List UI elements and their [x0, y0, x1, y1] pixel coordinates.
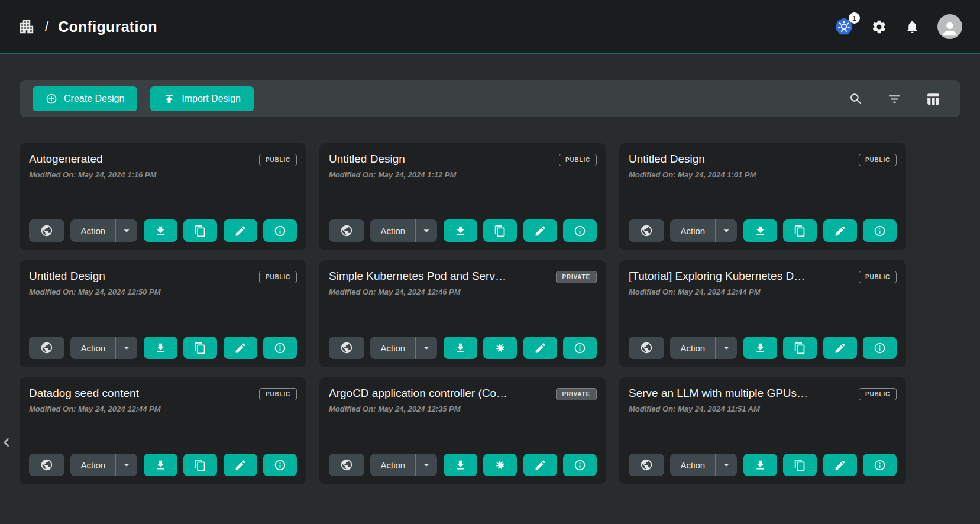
clone-button[interactable] — [183, 219, 217, 242]
design-card[interactable]: ArgoCD application controller (Co… PRIVA… — [319, 377, 606, 484]
person-icon — [940, 19, 960, 39]
action-button[interactable]: Action — [70, 454, 115, 476]
download-button[interactable] — [743, 337, 777, 359]
download-button[interactable] — [144, 219, 177, 242]
info-button[interactable] — [863, 454, 897, 476]
search-button[interactable] — [849, 92, 863, 106]
edit-button[interactable] — [823, 454, 857, 476]
info-button[interactable] — [863, 219, 897, 242]
edit-button[interactable] — [224, 219, 257, 242]
design-card[interactable]: Datadog seed content PUBLIC Modified On:… — [20, 377, 306, 484]
visibility-globe-button[interactable] — [329, 454, 364, 476]
action-dropdown-button[interactable] — [716, 337, 737, 359]
designs-toolbar: Create Design Import Design — [20, 80, 960, 117]
visibility-globe-button[interactable] — [629, 219, 664, 242]
action-dropdown-button[interactable] — [716, 219, 737, 242]
action-dropdown-button[interactable] — [416, 337, 437, 359]
globe-icon — [340, 224, 353, 237]
action-button[interactable]: Action — [370, 454, 415, 476]
meshery-deploy-button[interactable] — [483, 337, 517, 359]
download-icon — [454, 225, 467, 237]
user-avatar[interactable] — [937, 14, 962, 39]
kubernetes-context-button[interactable]: 1 — [835, 17, 853, 36]
download-button[interactable] — [144, 454, 177, 476]
download-button[interactable] — [444, 337, 477, 359]
download-button[interactable] — [144, 337, 177, 359]
clone-button[interactable] — [783, 454, 817, 476]
clone-button[interactable] — [183, 337, 217, 359]
action-dropdown-button[interactable] — [116, 454, 137, 476]
context-count-badge: 1 — [849, 12, 860, 24]
pencil-icon — [234, 459, 247, 471]
clone-button[interactable] — [483, 219, 517, 242]
design-card[interactable]: Autogenerated PUBLIC Modified On: May 24… — [20, 143, 306, 250]
action-button[interactable]: Action — [670, 337, 715, 359]
clone-button[interactable] — [783, 219, 817, 242]
globe-icon — [40, 224, 53, 237]
breadcrumb-separator: / — [45, 19, 48, 34]
design-title: Simple Kubernetes Pod and Serv… — [329, 270, 506, 283]
download-button[interactable] — [444, 219, 477, 242]
info-button[interactable] — [563, 219, 597, 242]
settings-button[interactable] — [871, 19, 887, 35]
visibility-globe-button[interactable] — [29, 219, 64, 242]
action-dropdown-button[interactable] — [116, 219, 137, 242]
chevron-down-icon — [720, 341, 733, 354]
action-dropdown-button[interactable] — [116, 337, 137, 359]
clone-button[interactable] — [783, 337, 817, 359]
collapse-panel-chevron[interactable] — [0, 434, 15, 451]
edit-button[interactable] — [823, 219, 857, 242]
action-dropdown-button[interactable] — [416, 454, 437, 476]
notifications-button[interactable] — [905, 20, 920, 34]
action-dropdown-button[interactable] — [416, 219, 437, 242]
visibility-globe-button[interactable] — [329, 337, 364, 359]
info-button[interactable] — [863, 337, 897, 359]
edit-button[interactable] — [523, 454, 557, 476]
modified-on: Modified On: May 24, 2024 1:16 PM — [29, 170, 297, 179]
edit-button[interactable] — [523, 219, 557, 242]
info-button[interactable] — [263, 454, 297, 476]
action-button-label: Action — [80, 343, 105, 353]
action-split-button: Action — [370, 454, 437, 476]
filter-button[interactable] — [887, 92, 902, 106]
visibility-globe-button[interactable] — [629, 454, 664, 476]
info-button[interactable] — [263, 219, 297, 242]
action-button[interactable]: Action — [370, 219, 415, 242]
create-design-button[interactable]: Create Design — [33, 86, 137, 111]
create-design-label: Create Design — [64, 93, 124, 104]
info-button[interactable] — [563, 454, 597, 476]
edit-button[interactable] — [224, 337, 257, 359]
design-card[interactable]: Untitled Design PUBLIC Modified On: May … — [619, 143, 906, 250]
design-card[interactable]: Serve an LLM with multiple GPUs… PUBLIC … — [619, 377, 906, 484]
design-card[interactable]: Untitled Design PUBLIC Modified On: May … — [20, 260, 306, 367]
edit-button[interactable] — [523, 337, 557, 359]
action-button[interactable]: Action — [670, 219, 715, 242]
visibility-globe-button[interactable] — [629, 337, 664, 359]
organization-building-icon[interactable] — [18, 18, 35, 35]
info-button[interactable] — [263, 337, 297, 359]
edit-button[interactable] — [823, 337, 857, 359]
action-button[interactable]: Action — [370, 337, 415, 359]
import-design-button[interactable]: Import Design — [150, 86, 254, 111]
visibility-globe-button[interactable] — [329, 219, 364, 242]
chevron-down-icon — [420, 224, 433, 237]
import-design-label: Import Design — [182, 93, 241, 104]
clone-button[interactable] — [183, 454, 217, 476]
design-card[interactable]: [Tutorial] Exploring Kubernetes D… PUBLI… — [619, 260, 906, 367]
action-dropdown-button[interactable] — [716, 454, 737, 476]
download-button[interactable] — [743, 454, 777, 476]
visibility-globe-button[interactable] — [29, 454, 64, 476]
meshery-deploy-button[interactable] — [483, 454, 517, 476]
table-view-button[interactable] — [926, 92, 940, 106]
modified-on: Modified On: May 24, 2024 1:12 PM — [329, 170, 597, 179]
action-button[interactable]: Action — [70, 337, 115, 359]
download-button[interactable] — [743, 219, 777, 242]
design-card[interactable]: Simple Kubernetes Pod and Serv… PRIVATE … — [319, 260, 606, 367]
design-card[interactable]: Untitled Design PUBLIC Modified On: May … — [319, 143, 606, 250]
action-button[interactable]: Action — [670, 454, 715, 476]
download-button[interactable] — [444, 454, 477, 476]
action-button[interactable]: Action — [70, 219, 115, 242]
visibility-globe-button[interactable] — [29, 337, 64, 359]
info-button[interactable] — [563, 337, 597, 359]
edit-button[interactable] — [224, 454, 257, 476]
